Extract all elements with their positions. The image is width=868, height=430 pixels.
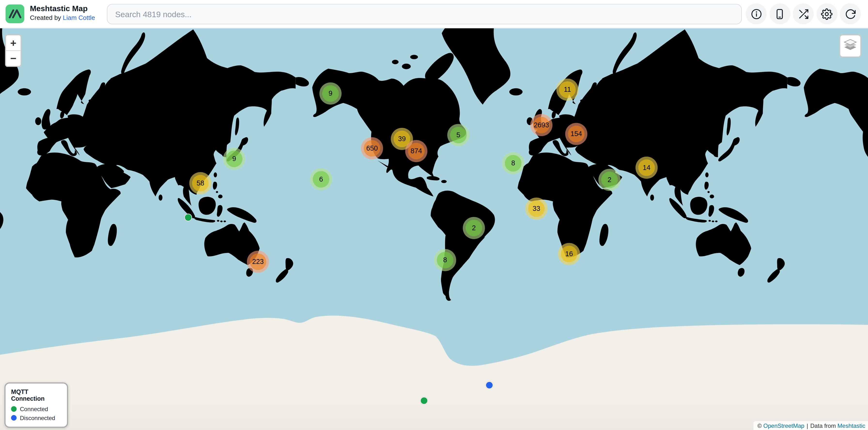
marker-cluster[interactable]: 154 [565,123,587,145]
app-subtitle: Created by Liam Cottle [30,13,95,22]
mqtt-legend: MQTT Connection Connected Disconnected [4,382,68,428]
marker-cluster[interactable]: 874 [405,140,427,162]
refresh-button[interactable] [840,3,861,25]
legend-item-connected: Connected [11,405,62,412]
openstreetmap-link[interactable]: OpenStreetMap [764,422,804,429]
meshtastic-logo [6,4,25,23]
marker-cluster[interactable]: 2 [598,169,620,191]
node-marker-disconnected[interactable] [486,381,493,389]
marker-cluster[interactable]: 223 [247,251,269,273]
info-button[interactable] [746,3,767,25]
zoom-control: + − [5,34,22,67]
logo-mountains-icon [6,4,25,23]
zoom-out-button[interactable]: − [6,51,20,66]
meshtastic-map-app: .land path, .land ellipse{fill:#f2eee6;}… [0,0,868,430]
marker-cluster[interactable]: 9 [223,148,245,170]
marker-cluster[interactable]: 33 [525,198,547,220]
shuffle-icon [798,8,809,20]
smartphone-icon [774,8,785,20]
layers-control-button[interactable] [839,34,861,58]
refresh-icon [844,8,856,20]
app-title: Meshtastic Map [30,4,95,13]
author-link[interactable]: Liam Cottle [63,14,95,21]
zoom-in-button[interactable]: + [6,35,20,51]
app-header: Meshtastic Map Created by Liam Cottle [0,0,868,28]
info-icon [750,8,762,20]
marker-cluster[interactable]: 14 [636,157,657,179]
world-basemap: .land path, .land ellipse{fill:#f2eee6;}… [0,28,868,430]
marker-cluster[interactable]: 5 [447,124,469,146]
shuffle-button[interactable] [793,3,814,25]
marker-cluster[interactable]: 8 [434,249,456,271]
layers-icon [843,37,857,54]
node-marker-connected[interactable] [420,397,428,405]
map-attribution: © OpenStreetMap | Data from Meshtastic [753,421,868,430]
marker-cluster[interactable]: 58 [189,172,211,194]
marker-cluster[interactable]: 6 [310,168,332,190]
marker-cluster[interactable]: 8 [502,152,524,174]
legend-item-disconnected: Disconnected [11,415,62,421]
marker-cluster[interactable]: 650 [361,137,383,159]
disconnected-dot-icon [11,415,17,421]
legend-title: MQTT Connection [11,389,62,402]
marker-cluster[interactable]: 2 [463,217,485,239]
device-button[interactable] [769,3,790,25]
marker-cluster[interactable]: 16 [558,243,580,265]
marker-cluster[interactable]: 11 [556,79,578,101]
settings-button[interactable] [816,3,837,25]
connected-dot-icon [11,406,17,412]
map-canvas[interactable]: .land path, .land ellipse{fill:#f2eee6;}… [0,28,868,430]
gear-icon [821,8,833,20]
marker-cluster[interactable]: 2693 [530,114,552,136]
search-input[interactable] [107,4,742,25]
marker-cluster[interactable]: 9 [319,82,341,105]
meshtastic-link[interactable]: Meshtastic [837,422,865,429]
node-marker-connected[interactable] [184,213,192,221]
